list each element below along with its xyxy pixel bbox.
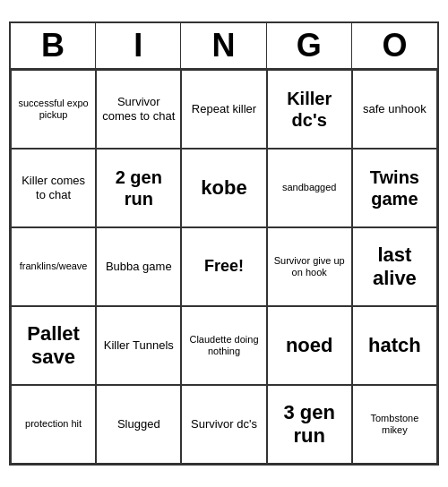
bingo-cell-0: successful expo pickup [11, 70, 96, 149]
header-letter-i: I [96, 23, 181, 68]
bingo-cell-11: Bubba game [96, 227, 181, 306]
bingo-cell-4: safe unhook [352, 70, 437, 149]
bingo-cell-14: last alive [352, 227, 437, 306]
bingo-grid: successful expo pickupSurvivor comes to … [11, 70, 437, 464]
bingo-cell-22: Survivor dc's [181, 385, 266, 464]
bingo-cell-2: Repeat killer [181, 70, 266, 149]
bingo-cell-5: Killer comes to chat [11, 149, 96, 227]
bingo-cell-24: Tombstone mikey [352, 385, 437, 464]
bingo-cell-8: sandbagged [267, 149, 352, 227]
bingo-cell-7: kobe [181, 149, 266, 227]
bingo-card: BINGO successful expo pickupSurvivor com… [9, 21, 439, 466]
bingo-cell-3: Killer dc's [267, 70, 352, 149]
bingo-cell-20: protection hit [11, 385, 96, 464]
bingo-cell-9: Twins game [352, 149, 437, 227]
header-letter-o: O [352, 23, 437, 68]
bingo-cell-6: 2 gen run [96, 149, 181, 227]
bingo-cell-19: hatch [352, 306, 437, 385]
bingo-cell-12: Free! [181, 227, 266, 306]
bingo-cell-18: noed [267, 306, 352, 385]
bingo-cell-23: 3 gen run [267, 385, 352, 464]
header-letter-b: B [11, 23, 96, 68]
bingo-cell-13: Survivor give up on hook [267, 227, 352, 306]
bingo-cell-17: Claudette doing nothing [181, 306, 266, 385]
header-letter-n: N [181, 23, 266, 68]
bingo-cell-15: Pallet save [11, 306, 96, 385]
bingo-cell-1: Survivor comes to chat [96, 70, 181, 149]
bingo-cell-10: franklins/weave [11, 227, 96, 306]
header-letter-g: G [267, 23, 352, 68]
bingo-cell-16: Killer Tunnels [96, 306, 181, 385]
bingo-cell-21: Slugged [96, 385, 181, 464]
bingo-header: BINGO [11, 23, 437, 70]
